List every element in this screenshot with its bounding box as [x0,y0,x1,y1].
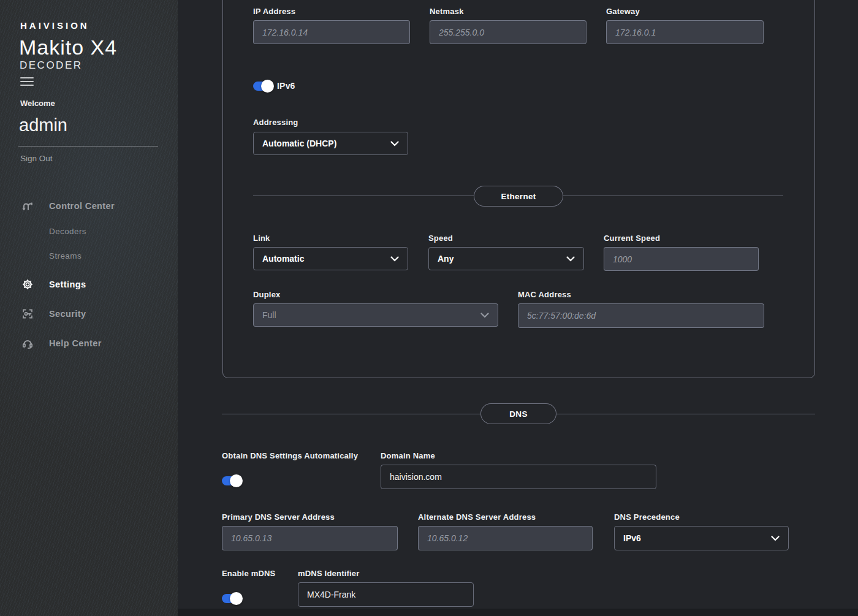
link-select[interactable]: Automatic [253,247,408,270]
sidebar-item-label: Help Center [49,338,102,348]
addressing-select[interactable]: Automatic (DHCP) [253,132,408,155]
sidebar-item-label: Settings [49,279,86,289]
link-label: Link [253,234,270,243]
link-value: Automatic [262,254,304,264]
alternate-dns-input[interactable] [418,526,593,550]
dns-precedence-select[interactable]: IPv6 [614,526,789,550]
mac-address-input[interactable] [518,303,764,328]
welcome-label: Welcome [20,99,55,108]
sidebar: HAIVISION Makito X4 DECODER Welcome admi… [0,0,178,616]
gear-icon [21,278,34,291]
duplex-select[interactable]: Full [253,303,498,327]
sidebar-item-label: Control Center [49,201,115,211]
streams-shuffle-icon [21,200,34,212]
headset-icon [21,337,34,349]
haivision-logo: HAIVISION [20,20,89,31]
mac-address-label: MAC Address [518,290,571,299]
sidebar-item-label: Decoders [49,227,86,236]
key-frame-icon [21,308,34,320]
dns-precedence-label: DNS Precedence [614,512,680,522]
speed-label: Speed [428,234,453,243]
addressing-value: Automatic (DHCP) [262,139,336,148]
speed-select[interactable]: Any [428,247,584,270]
toggle-knob [230,474,243,487]
duplex-label: Duplex [253,290,281,299]
product-subtitle: DECODER [20,59,83,72]
addressing-label: Addressing [253,118,298,127]
alternate-dns-label: Alternate DNS Server Address [418,512,536,522]
mdns-identifier-input[interactable] [298,582,474,607]
product-name: Makito X4 [19,36,117,59]
toggle-knob [230,592,243,605]
netmask-input[interactable] [430,20,587,44]
enable-mdns-toggle[interactable] [222,594,241,603]
gateway-label: Gateway [606,7,640,16]
mdns-identifier-label: mDNS Identifier [298,569,360,578]
divider [18,146,158,146]
netmask-label: Netmask [430,7,464,16]
chevron-down-icon [771,536,780,541]
ip-address-label: IP Address [253,7,295,16]
domain-name-label: Domain Name [381,451,435,460]
sidebar-item-label: Security [49,309,86,319]
chevron-down-icon [480,313,489,318]
ethernet-section-badge: Ethernet [474,186,563,207]
hamburger-menu-icon[interactable] [20,77,34,87]
domain-name-input[interactable] [381,465,656,489]
primary-dns-label: Primary DNS Server Address [222,512,335,522]
enable-mdns-label: Enable mDNS [222,569,275,578]
sign-out-link[interactable]: Sign Out [20,154,53,163]
chevron-down-icon [390,141,399,146]
speed-value: Any [438,254,454,264]
current-speed-input[interactable] [604,247,759,271]
dns-precedence-value: IPv6 [623,533,641,543]
obtain-dns-label: Obtain DNS Settings Automatically [222,451,358,460]
dns-section-badge: DNS [480,403,556,424]
ipv6-label: IPv6 [277,81,295,91]
toggle-knob [261,80,274,93]
ipv6-toggle[interactable] [253,82,272,91]
username: admin [19,115,67,135]
obtain-dns-toggle[interactable] [222,476,241,485]
current-speed-label: Current Speed [604,234,660,243]
chevron-down-icon [566,256,575,262]
sidebar-item-label: Streams [49,251,82,260]
chevron-down-icon [390,256,399,262]
duplex-value: Full [262,310,276,320]
gateway-input[interactable] [606,20,764,44]
ip-address-input[interactable] [253,20,410,44]
primary-dns-input[interactable] [222,526,398,550]
